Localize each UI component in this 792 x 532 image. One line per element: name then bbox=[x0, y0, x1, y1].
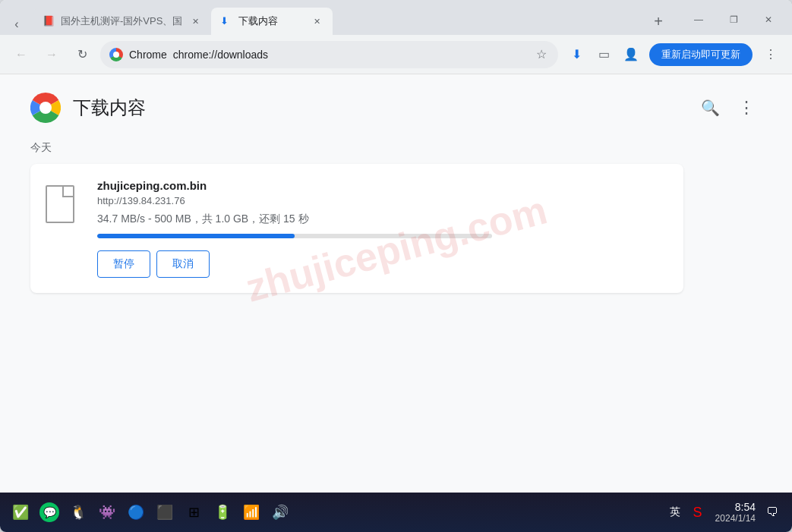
chrome-icon bbox=[30, 93, 61, 123]
taskbar-icon-volume[interactable]: 🔊 bbox=[269, 501, 292, 524]
download-url: http://139.84.231.76 bbox=[97, 195, 668, 206]
browser-window: ‹ 📕 国外主机测评-国外VPS、国 ✕ ⬇ 下载内容 ✕ + — ❐ ✕ bbox=[0, 0, 792, 532]
page-title: 下载内容 bbox=[73, 96, 146, 120]
reload-button[interactable]: ↻ bbox=[70, 42, 94, 67]
pause-button[interactable]: 暂停 bbox=[97, 250, 150, 278]
chrome-logo-icon bbox=[109, 48, 123, 61]
more-icon: ⋮ bbox=[738, 98, 755, 118]
svg-text:💬: 💬 bbox=[43, 506, 57, 519]
cancel-button[interactable]: 取消 bbox=[156, 250, 210, 278]
progress-bar-fill bbox=[97, 234, 295, 238]
search-icon: 🔍 bbox=[701, 99, 720, 117]
download-filename: zhujiceping.com.bin bbox=[97, 179, 668, 192]
lang-indicator[interactable]: 英 bbox=[670, 505, 680, 519]
tab-bar-right: + bbox=[642, 11, 675, 35]
menu-icon[interactable]: ⋮ bbox=[759, 42, 783, 67]
section-label: 今天 bbox=[30, 141, 762, 155]
notification-button[interactable]: 🗨 bbox=[762, 502, 783, 523]
search-button[interactable]: 🔍 bbox=[695, 93, 725, 123]
download-card: zhujiceping.com.bin http://139.84.231.76… bbox=[30, 164, 683, 293]
taskbar-icon-qq[interactable]: 🐧 bbox=[67, 501, 90, 524]
address-bar: ← → ↻ Chrome chrome://downloads ☆ ⬇ ▭ 👤 … bbox=[0, 35, 792, 74]
taskbar-icon-grid[interactable]: ⊞ bbox=[182, 501, 205, 524]
tab-bar: ‹ 📕 国外主机测评-国外VPS、国 ✕ ⬇ 下载内容 ✕ + — ❐ ✕ bbox=[0, 0, 792, 35]
new-tab-button[interactable]: + bbox=[648, 11, 669, 32]
tab-1[interactable]: 📕 国外主机测评-国外VPS、国 ✕ bbox=[33, 8, 211, 35]
tab-bar-left: ‹ bbox=[0, 14, 33, 35]
taskbar-right: 英 S 8:54 2024/1/14 🗨 bbox=[670, 501, 783, 524]
download-status: 34.7 MB/s - 500 MB，共 1.0 GB，还剩 15 秒 bbox=[97, 212, 668, 226]
page-content: zhujiceping.com 下载内容 bbox=[0, 74, 792, 493]
tab-2-title: 下载内容 bbox=[238, 14, 304, 28]
url-bar[interactable]: Chrome chrome://downloads ☆ bbox=[100, 41, 558, 68]
back-button[interactable]: ← bbox=[9, 42, 33, 67]
download-actions: 暂停 取消 bbox=[97, 250, 668, 278]
more-options-button[interactable]: ⋮ bbox=[731, 93, 762, 123]
taskbar-icon-battery[interactable]: 🔋 bbox=[211, 501, 234, 524]
taskbar: ✅ 💬 🐧 👾 🔵 ⬛ ⊞ 🔋 📶 🔊 英 S 8:54 2024/1/14 bbox=[0, 493, 792, 532]
taskbar-icon-qq2[interactable]: 👾 bbox=[96, 501, 118, 524]
minimize-button[interactable]: — bbox=[681, 8, 716, 32]
tab-1-favicon: 📕 bbox=[43, 15, 55, 27]
taskbar-icon-bluetooth[interactable]: 🔵 bbox=[125, 501, 147, 524]
url-path: chrome://downloads bbox=[173, 49, 528, 61]
file-icon-body bbox=[46, 185, 74, 223]
sidebar-icon[interactable]: ▭ bbox=[592, 42, 616, 67]
taskbar-icon-nvidia[interactable]: ⬛ bbox=[153, 501, 176, 524]
clock: 8:54 2024/1/14 bbox=[715, 501, 756, 524]
taskbar-icon-check[interactable]: ✅ bbox=[9, 501, 32, 524]
taskbar-icon-sohu[interactable]: S bbox=[686, 501, 709, 524]
profile-icon[interactable]: 👤 bbox=[619, 42, 643, 67]
maximize-button[interactable]: ❐ bbox=[716, 8, 751, 32]
tab-2-favicon: ⬇ bbox=[220, 15, 232, 27]
close-button[interactable]: ✕ bbox=[751, 8, 786, 32]
tab-1-close[interactable]: ✕ bbox=[188, 14, 202, 28]
bookmark-icon[interactable]: ☆ bbox=[534, 47, 549, 62]
clock-date: 2024/1/14 bbox=[715, 513, 756, 524]
downloads-icon[interactable]: ⬇ bbox=[564, 42, 588, 67]
update-button[interactable]: 重新启动即可更新 bbox=[649, 43, 753, 66]
tab-back-arrow[interactable]: ‹ bbox=[6, 14, 27, 35]
file-icon bbox=[46, 185, 82, 228]
page-header: 下载内容 🔍 ⋮ bbox=[30, 93, 762, 123]
tabs-container: 📕 国外主机测评-国外VPS、国 ✕ ⬇ 下载内容 ✕ bbox=[33, 8, 642, 35]
window-controls: — ❐ ✕ bbox=[675, 8, 792, 35]
url-brand: Chrome bbox=[129, 49, 167, 61]
taskbar-icons: ✅ 💬 🐧 👾 🔵 ⬛ ⊞ 🔋 📶 🔊 bbox=[9, 501, 665, 524]
download-info: zhujiceping.com.bin http://139.84.231.76… bbox=[97, 179, 668, 278]
page-header-left: 下载内容 bbox=[30, 93, 146, 123]
clock-time: 8:54 bbox=[715, 501, 756, 513]
page-header-right: 🔍 ⋮ bbox=[695, 93, 762, 123]
toolbar-icons: ⬇ ▭ 👤 bbox=[564, 42, 643, 67]
taskbar-icon-wifi[interactable]: 📶 bbox=[240, 501, 263, 524]
forward-button[interactable]: → bbox=[39, 42, 64, 67]
tab-2-close[interactable]: ✕ bbox=[310, 14, 323, 28]
tab-2[interactable]: ⬇ 下载内容 ✕ bbox=[211, 8, 333, 35]
svg-point-1 bbox=[39, 102, 52, 114]
tab-1-title: 国外主机测评-国外VPS、国 bbox=[61, 14, 182, 28]
taskbar-icon-wechat[interactable]: 💬 bbox=[38, 501, 61, 524]
progress-bar-container bbox=[97, 234, 492, 238]
